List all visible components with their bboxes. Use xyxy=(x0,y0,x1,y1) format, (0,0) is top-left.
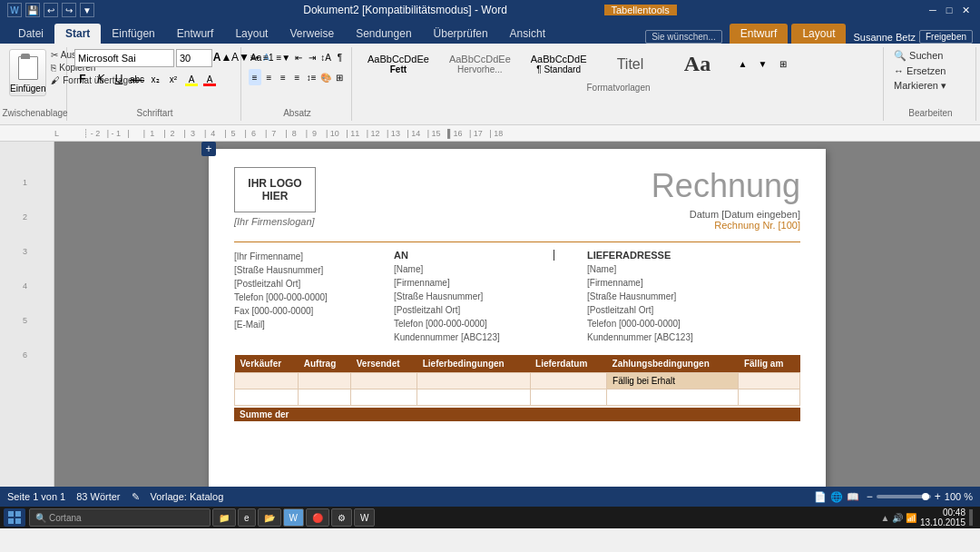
cell-verkaufer-2[interactable] xyxy=(235,389,299,406)
cell-lieferdatum-2[interactable] xyxy=(530,389,606,406)
view-read-button[interactable]: 📖 xyxy=(847,491,859,503)
tab-einfuegen[interactable]: Einfügen xyxy=(101,24,165,44)
subscript-button[interactable]: x₂ xyxy=(147,71,163,87)
window-controls[interactable]: ─ □ ✕ xyxy=(926,3,973,17)
tab-sendungen[interactable]: Sendungen xyxy=(345,24,422,44)
cell-versendet-1[interactable] xyxy=(351,373,417,389)
underline-button[interactable]: U xyxy=(111,71,127,87)
cell-zahlungsbedingungen-2[interactable] xyxy=(607,389,739,406)
document-page[interactable]: + IHR LOGO HIER [Ihr Firmenslogan] Rechn… xyxy=(209,149,826,487)
delivery-address-block[interactable]: LIEFERADRESSE [Name] [Firmenname] [Straß… xyxy=(587,250,732,344)
cell-versendet-2[interactable] xyxy=(351,389,417,406)
show-desktop-button[interactable] xyxy=(969,509,973,526)
document-area[interactable]: + IHR LOGO HIER [Ihr Firmenslogan] Rechn… xyxy=(54,142,980,487)
tab-ueberprufen[interactable]: Überprüfen xyxy=(423,24,499,44)
invoice-date[interactable]: Datum [Datum eingeben] xyxy=(652,209,800,220)
align-center-button[interactable]: ≡ xyxy=(263,69,276,85)
taskbar-search[interactable]: 🔍 Cortana xyxy=(29,508,211,527)
taskbar-word[interactable]: W xyxy=(283,508,304,527)
taskbar-other-3[interactable]: W xyxy=(354,508,375,527)
tab-verweise[interactable]: Verweise xyxy=(279,24,345,44)
cell-auftrag-2[interactable] xyxy=(299,389,351,406)
taskbar-explorer[interactable]: 📁 xyxy=(212,508,236,527)
bullets-button[interactable]: ≡• xyxy=(249,49,260,65)
font-size-input[interactable] xyxy=(176,49,212,67)
tab-entwurf[interactable]: Entwurf xyxy=(166,24,225,44)
view-print-button[interactable]: 📄 xyxy=(814,491,827,503)
cell-faellig-1[interactable] xyxy=(739,373,800,389)
styles-expand[interactable]: ⊞ xyxy=(775,56,791,73)
close-button[interactable]: ✕ xyxy=(958,3,973,17)
recipient-block[interactable]: AN [Name] [Firmenname] [Straße Hausnumme… xyxy=(394,250,539,344)
cell-auftrag-1[interactable] xyxy=(299,373,351,389)
taskbar-folder[interactable]: 📂 xyxy=(258,508,281,527)
style-aa[interactable]: Aa xyxy=(666,49,730,79)
table-row[interactable]: Fällig bei Erhalt xyxy=(235,373,800,389)
table-row-2[interactable] xyxy=(235,389,800,406)
indent-increase-button[interactable]: ⇥ xyxy=(306,49,318,65)
tab-start[interactable]: Start xyxy=(54,24,101,44)
multilevel-list-button[interactable]: ≡▼ xyxy=(276,49,290,65)
italic-button[interactable]: K xyxy=(93,71,109,87)
zoom-control[interactable]: − + 100 % xyxy=(867,490,973,503)
font-color-button[interactable]: A xyxy=(201,71,218,87)
align-left-button[interactable]: ≡ xyxy=(249,69,261,85)
zoom-in-button[interactable]: + xyxy=(935,490,941,503)
restore-button[interactable]: □ xyxy=(942,3,956,17)
borders-button[interactable]: ⊞ xyxy=(333,69,346,85)
cell-lieferdatum-1[interactable] xyxy=(530,373,606,389)
search-box[interactable]: Sie wünschen... xyxy=(645,30,722,44)
sender-block[interactable]: [Ihr Firmenname] [Straße Hausnummer] [Po… xyxy=(234,250,379,344)
start-button[interactable] xyxy=(4,508,25,527)
cell-faellig-2[interactable] xyxy=(739,389,800,406)
indent-decrease-button[interactable]: ⇤ xyxy=(292,49,304,65)
style-standard[interactable]: AaBbCcDdE ¶ Standard xyxy=(523,51,595,77)
replace-button[interactable]: ↔ Ersetzen xyxy=(891,64,970,77)
show-formatting-button[interactable]: ¶ xyxy=(334,49,346,65)
shading-button[interactable]: 🎨 xyxy=(319,69,332,85)
font-name-input[interactable] xyxy=(74,49,174,67)
invoice-number[interactable]: Rechnung Nr. [100] xyxy=(652,220,800,231)
minimize-button[interactable]: ─ xyxy=(926,3,940,17)
redo-icon[interactable]: ↪ xyxy=(62,3,76,17)
taskbar-other-1[interactable]: 🔴 xyxy=(306,508,329,527)
cell-lieferbedingungen-2[interactable] xyxy=(417,389,530,406)
search-button[interactable]: 🔍 Suchen xyxy=(891,49,970,63)
superscript-button[interactable]: x² xyxy=(165,71,181,87)
tab-layout[interactable]: Layout xyxy=(224,24,279,44)
justify-button[interactable]: ≡ xyxy=(291,69,304,85)
styles-scroll-up[interactable]: ▲ xyxy=(735,56,751,73)
style-titel[interactable]: Titel xyxy=(599,54,662,75)
mark-button[interactable]: Markieren ▾ xyxy=(891,79,970,93)
align-right-button[interactable]: ≡ xyxy=(277,69,289,85)
cell-lieferbedingungen-1[interactable] xyxy=(417,373,530,389)
line-spacing-button[interactable]: ↕≡ xyxy=(305,69,318,85)
zoom-slider[interactable] xyxy=(877,495,931,498)
logo-box[interactable]: IHR LOGO HIER xyxy=(234,167,316,212)
save-icon[interactable]: 💾 xyxy=(25,3,40,17)
tab-entwurf-extra[interactable]: Entwurf xyxy=(730,24,789,44)
numbered-list-button[interactable]: ≡1 xyxy=(262,49,274,65)
company-slogan[interactable]: [Ihr Firmenslogan] xyxy=(234,216,316,227)
share-button[interactable]: Freigeben xyxy=(919,30,973,44)
sort-button[interactable]: ↕A xyxy=(320,49,332,65)
paste-button[interactable]: Einfügen xyxy=(9,49,46,96)
cell-zahlungsbedingungen-1[interactable]: Fällig bei Erhalt xyxy=(607,373,739,389)
tab-ansicht[interactable]: Ansicht xyxy=(499,24,556,44)
invoice-table[interactable]: Verkäufer Auftrag Versendet Lieferbeding… xyxy=(234,355,800,406)
taskbar-other-2[interactable]: ⚙ xyxy=(331,508,352,527)
view-web-button[interactable]: 🌐 xyxy=(830,491,843,503)
tab-datei[interactable]: Datei xyxy=(7,24,54,44)
styles-scroll-down[interactable]: ▼ xyxy=(755,56,771,73)
cell-verkaufer-1[interactable] xyxy=(235,373,299,389)
add-content-button[interactable]: + xyxy=(201,142,216,156)
tab-layout-extra[interactable]: Layout xyxy=(791,24,846,44)
text-highlight-button[interactable]: A xyxy=(183,71,200,87)
zoom-out-button[interactable]: − xyxy=(867,490,873,503)
style-hervorheben[interactable]: AaBbCcDdEe Hervorhe... xyxy=(441,51,519,77)
strikethrough-button[interactable]: abc xyxy=(129,71,145,87)
customize-icon[interactable]: ▼ xyxy=(80,3,94,17)
font-grow-button[interactable]: A▲ xyxy=(214,49,230,65)
taskbar-edge[interactable]: e xyxy=(238,508,256,527)
undo-icon[interactable]: ↩ xyxy=(44,3,58,17)
